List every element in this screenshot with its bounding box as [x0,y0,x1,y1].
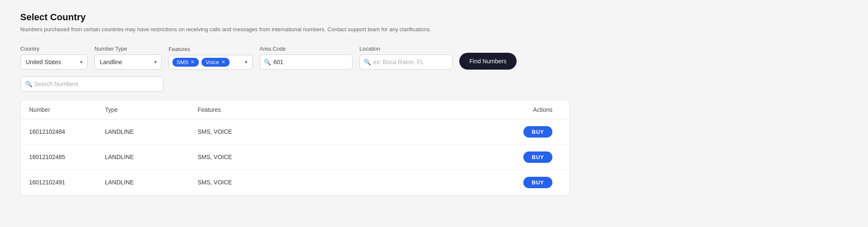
sms-tag[interactable]: SMS ✕ [172,58,199,67]
area-code-label: Area Code [260,46,353,52]
voice-tag-label: Voice [206,59,219,65]
table-header: Number Type Features Actions [21,100,569,119]
table-row: 16012102485 LANDLINE SMS, VOICE BUY [21,144,569,170]
country-label: Country [20,46,88,52]
sms-tag-label: SMS [177,59,188,65]
page-container: Select Country Numbers purchased from ce… [0,0,590,207]
cell-type: LANDLINE [96,119,189,144]
location-label: Location [359,46,453,52]
buy-button[interactable]: BUY [523,177,552,188]
cell-type: LANDLINE [96,170,189,195]
col-header-actions: Actions [510,100,569,119]
location-input-wrapper: 🔍 [359,54,453,70]
find-numbers-button[interactable]: Find Numbers [459,53,517,70]
filter-row: Country United States ▾ Number Type Land… [20,46,570,70]
cell-actions: BUY [510,119,569,144]
cell-features: SMS, VOICE [189,144,510,170]
numbers-table: Number Type Features Actions 16012102484… [21,100,569,195]
cell-actions: BUY [510,170,569,195]
location-search-icon: 🔍 [364,59,371,65]
table-row: 16012102491 LANDLINE SMS, VOICE BUY [21,170,569,195]
area-code-input[interactable] [260,54,353,70]
area-code-filter-group: Area Code 🔍 [260,46,353,70]
search-numbers-input[interactable] [20,76,163,92]
page-subtitle: Numbers purchased from certain countries… [20,25,570,34]
number-type-label: Number Type [94,46,162,52]
location-filter-group: Location 🔍 [359,46,453,70]
search-numbers-wrapper: 🔍 [20,76,570,92]
country-select[interactable]: United States [20,54,88,70]
buy-button[interactable]: BUY [523,151,552,163]
table-body: 16012102484 LANDLINE SMS, VOICE BUY 1601… [21,119,569,195]
cell-actions: BUY [510,144,569,170]
cell-number: 16012102491 [21,170,96,195]
area-code-input-wrapper: 🔍 [260,54,353,70]
col-header-number: Number [21,100,96,119]
number-type-select-wrapper[interactable]: Landline ▾ [94,54,162,70]
search-numbers-icon: 🔍 [25,81,32,87]
buy-button[interactable]: BUY [523,126,552,138]
cell-number: 16012102485 [21,144,96,170]
features-label: Features [169,46,253,52]
number-type-filter-group: Number Type Landline ▾ [94,46,162,70]
cell-features: SMS, VOICE [189,170,510,195]
country-select-wrapper[interactable]: United States ▾ [20,54,88,70]
features-filter-group: Features SMS ✕ Voice ✕ ▾ [169,46,253,70]
voice-tag-remove-icon[interactable]: ✕ [221,59,225,65]
sms-tag-remove-icon[interactable]: ✕ [190,59,195,65]
number-type-select[interactable]: Landline [94,54,162,70]
search-numbers-input-wrapper: 🔍 [20,76,570,92]
features-select-wrapper[interactable]: SMS ✕ Voice ✕ ▾ [169,55,253,70]
location-input[interactable] [359,54,453,70]
country-filter-group: Country United States ▾ [20,46,88,70]
cell-features: SMS, VOICE [189,119,510,144]
col-header-type: Type [96,100,189,119]
cell-number: 16012102484 [21,119,96,144]
page-title: Select Country [20,12,570,23]
table-row: 16012102484 LANDLINE SMS, VOICE BUY [21,119,569,144]
voice-tag[interactable]: Voice ✕ [201,58,230,67]
col-header-features: Features [189,100,510,119]
cell-type: LANDLINE [96,144,189,170]
features-chevron-icon: ▾ [245,59,247,65]
numbers-table-container: Number Type Features Actions 16012102484… [20,100,570,195]
area-code-search-icon: 🔍 [264,59,271,65]
